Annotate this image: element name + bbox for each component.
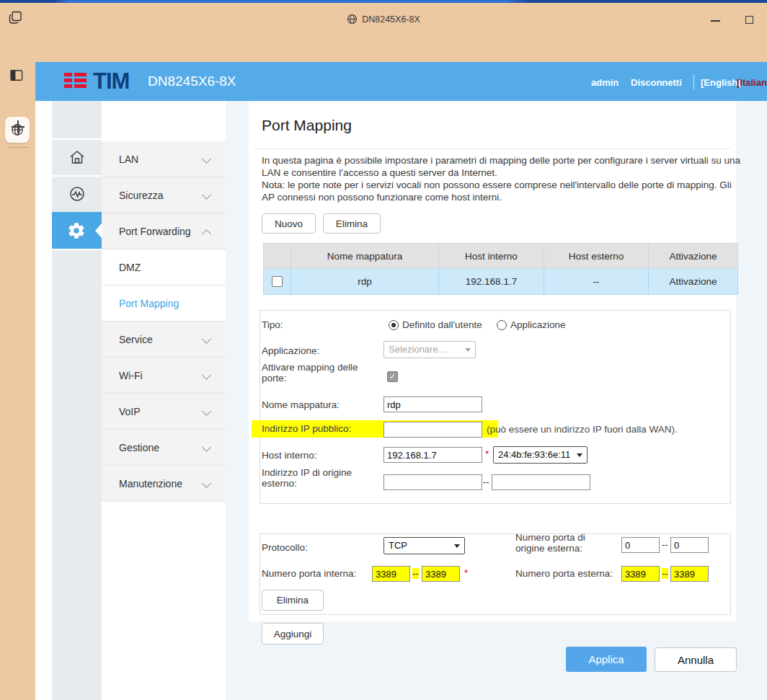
cancel-button[interactable]: Annulla: [655, 647, 737, 672]
menu-item-service[interactable]: Service: [102, 322, 226, 358]
mapping-name-input[interactable]: [384, 396, 482, 412]
type-label: Tipo:: [262, 319, 283, 330]
nav-icon-rail: [52, 101, 102, 700]
menu-item-gestione[interactable]: Gestione: [102, 430, 226, 466]
internal-host-input[interactable]: [384, 447, 482, 463]
lang-english-link[interactable]: [English]: [701, 77, 741, 88]
maximize-button[interactable]: [745, 16, 753, 24]
type-user-defined-label[interactable]: Definito dall'utente: [402, 319, 482, 330]
delete-button[interactable]: Elimina: [323, 213, 381, 234]
chevron-down-icon: [465, 348, 471, 352]
header-divider: [693, 75, 694, 89]
router-header: TIM DN8245X6-8X admin Disconnetti [Engli…: [35, 62, 767, 101]
globe-icon: [347, 14, 358, 25]
row-checkbox[interactable]: [272, 276, 283, 287]
menu-item-lan[interactable]: LAN: [102, 141, 226, 177]
mac-address-select[interactable]: 24:4b:fe:93:6e:11: [493, 446, 588, 464]
model-name: DN8245X6-8X: [148, 74, 236, 89]
delete-entry-button[interactable]: Elimina: [262, 590, 324, 611]
page-title: Port Mapping: [262, 117, 352, 134]
protocol-select[interactable]: TCP: [384, 537, 465, 554]
menu-item-voip[interactable]: VoIP: [102, 394, 226, 430]
range-separator: --: [662, 568, 668, 579]
tab-panel-icon[interactable]: [10, 69, 23, 84]
chevron-down-icon: [202, 190, 211, 200]
enable-mapping-label: Attivare mapping delle porte:: [262, 362, 381, 384]
cell-name: rdp: [291, 269, 439, 295]
settings-nav-active[interactable]: [52, 212, 102, 249]
external-source-ip-end-input[interactable]: [492, 474, 590, 490]
status-nav-icon[interactable]: [68, 185, 86, 205]
tab-strip-divider: [7, 147, 27, 148]
add-button[interactable]: Aggiungi: [262, 623, 324, 644]
header-checkbox-col: [264, 244, 291, 269]
content-area: Port Mapping In questa pagina è possibil…: [226, 101, 767, 700]
menu-item-wifi[interactable]: Wi-Fi: [102, 358, 226, 394]
range-separator: --: [483, 477, 489, 487]
chevron-down-icon: [577, 453, 582, 457]
application-select[interactable]: Selezionare...: [384, 341, 476, 358]
submenu-item-port-mapping[interactable]: Port Mapping: [102, 285, 226, 322]
title-divider: [254, 149, 731, 149]
enable-mapping-checkbox[interactable]: ✓: [387, 371, 398, 382]
range-separator: --: [662, 539, 668, 550]
header-external-host: Host esterno: [544, 244, 649, 269]
lang-italian-link[interactable]: [Italiano]: [737, 77, 767, 88]
home-nav-icon[interactable]: [68, 149, 86, 169]
description-1: In questa pagina è possibile impostare i…: [262, 154, 743, 179]
menu-item-port-forwarding[interactable]: Port Forwarding: [102, 213, 226, 249]
external-port-end-input[interactable]: [670, 566, 709, 582]
header-activation: Attivazione: [649, 244, 738, 269]
external-port-start-input[interactable]: [621, 566, 660, 582]
submenu-item-dmz[interactable]: DMZ: [102, 249, 226, 285]
menu-item-sicurezza[interactable]: Sicurezza: [102, 177, 226, 213]
application-label: Applicazione:: [262, 345, 319, 356]
mapping-name-label: Nome mappatura:: [262, 399, 340, 410]
external-source-port-start-input[interactable]: [621, 537, 660, 553]
public-ip-hint: (può essere un indirizzo IP fuori dalla …: [487, 424, 678, 435]
chevron-down-icon: [454, 544, 460, 548]
table-row: rdp 192.168.1.7 -- Attivazione: [264, 269, 738, 295]
window-title: DN8245X6-8X: [0, 14, 767, 25]
header-internal-host: Host interno: [439, 244, 544, 269]
cell-internal-host: 192.168.1.7: [439, 269, 544, 295]
chevron-down-icon: [202, 154, 211, 164]
logged-user: admin: [591, 77, 619, 88]
external-source-port-end-input[interactable]: [670, 537, 709, 553]
new-button[interactable]: Nuovo: [262, 213, 316, 234]
external-source-port-label: Numero porta di origine esterna:: [515, 532, 613, 554]
protocol-label: Protocollo:: [262, 542, 308, 553]
description-2: Nota: le porte note per i servizi vocali…: [262, 179, 743, 203]
type-application-radio[interactable]: [497, 320, 507, 330]
cell-external-host: --: [544, 269, 649, 295]
range-separator: --: [412, 568, 419, 579]
external-port-label: Numero porta esterna:: [515, 568, 613, 579]
mapping-table: Nome mappatura Host interno Host esterno…: [263, 243, 738, 295]
new-tab-icon[interactable]: [11, 120, 25, 134]
menu-item-manutenzione[interactable]: Manutenzione: [102, 466, 226, 502]
external-source-ip-start-input[interactable]: [384, 474, 482, 490]
tim-logo-icon: [64, 73, 87, 88]
table-header-row: Nome mappatura Host interno Host esterno…: [264, 244, 738, 269]
chevron-down-icon: [202, 407, 211, 416]
internal-port-start-input[interactable]: [372, 566, 410, 582]
browser-toolbar: ← ↻ Not secure 192.168.1.1/index.asp Aʹʹ…: [0, 33, 767, 62]
cell-activation[interactable]: Attivazione: [649, 269, 738, 295]
router-page: TIM DN8245X6-8X admin Disconnetti [Engli…: [35, 62, 767, 700]
header-name: Nome mappatura: [291, 244, 439, 269]
apply-button[interactable]: Applica: [566, 647, 647, 672]
internal-port-label: Numero porta interna:: [262, 568, 356, 579]
chevron-down-icon: [202, 443, 211, 452]
chevron-down-icon: [202, 479, 211, 488]
chevron-down-icon: [202, 371, 211, 380]
minimize-button[interactable]: [711, 20, 720, 22]
gear-icon: [67, 221, 86, 243]
logout-link[interactable]: Disconnetti: [631, 77, 682, 88]
type-application-label[interactable]: Applicazione: [510, 319, 566, 330]
type-user-defined-radio[interactable]: [389, 320, 399, 330]
external-source-ip-label: Indirizzo IP di origine esterno:: [262, 467, 377, 489]
public-ip-input[interactable]: [384, 422, 482, 438]
internal-port-end-input[interactable]: [422, 566, 460, 582]
active-pointer: [95, 223, 102, 238]
browser-titlebar: DN8245X6-8X: [0, 3, 767, 33]
